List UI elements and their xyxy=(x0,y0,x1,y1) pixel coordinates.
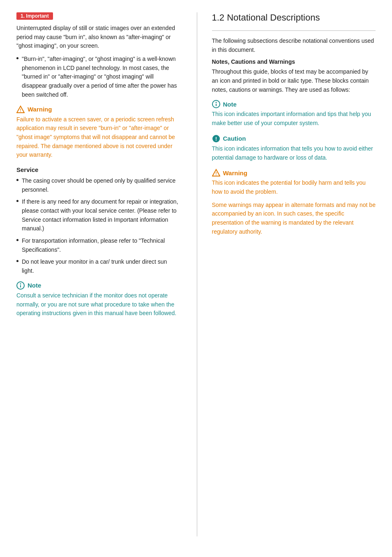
note-body-left: Consult a service technician if the moni… xyxy=(16,291,180,318)
bullet-list-1: "Burn-in", "after-imaging", or "ghost im… xyxy=(16,55,180,99)
caution-icon: ! xyxy=(212,135,220,143)
warning-title-left: ! Warning xyxy=(16,105,180,114)
svg-text:!: ! xyxy=(20,108,21,113)
service-bullet-text-2: If there is any need for any document fo… xyxy=(22,197,180,233)
important-badge: 1. Important xyxy=(16,12,53,20)
warning-title-right: ! Warning xyxy=(212,169,376,177)
svg-point-6 xyxy=(215,102,217,103)
note-label-right: Note xyxy=(223,101,237,108)
service-heading: Service xyxy=(16,166,180,173)
warning-label-right: Warning xyxy=(223,169,247,176)
section-intro: The following subsections describe notat… xyxy=(212,37,376,54)
svg-point-3 xyxy=(20,283,21,284)
bullet-text: "Burn-in", "after-imaging", or "ghost im… xyxy=(22,55,180,99)
svg-rect-4 xyxy=(20,285,21,288)
note-block-right: Note This icon indicates important infor… xyxy=(212,100,376,128)
notes-subheading: Notes, Cautions and Warnings xyxy=(212,58,376,65)
note-label-left: Note xyxy=(28,282,41,289)
page: 1. Important Uninterrupted display of st… xyxy=(0,0,392,557)
bullet-dot xyxy=(16,200,18,202)
warning-label-left: Warning xyxy=(28,106,52,113)
warning-block-right: ! Warning This icon indicates the potent… xyxy=(212,169,376,236)
intro-text: Uninterrupted display of still or static… xyxy=(16,24,180,51)
list-item: If there is any need for any document fo… xyxy=(16,197,180,233)
bullet-dot xyxy=(16,260,18,262)
service-bullet-list: The casing cover should be opened only b… xyxy=(16,176,180,276)
list-item: "Burn-in", "after-imaging", or "ghost im… xyxy=(16,55,180,99)
note-body-right: This icon indicates important informatio… xyxy=(212,110,376,128)
bullet-dot xyxy=(16,179,18,181)
warning-block-left: ! Warning Failure to activate a screen s… xyxy=(16,105,180,160)
divider xyxy=(212,30,376,31)
section-title: 1.2 Notational Descriptions xyxy=(212,12,376,25)
list-item: The casing cover should be opened only b… xyxy=(16,176,180,194)
warning-body-right-2: Some warnings may appear in alternate fo… xyxy=(212,201,376,237)
left-column: 1. Important Uninterrupted display of st… xyxy=(16,12,180,536)
service-bullet-text-3: For transportation information, please r… xyxy=(22,237,180,254)
warning-icon-right: ! xyxy=(212,169,220,177)
note-icon xyxy=(16,281,25,290)
service-bullet-text-4: Do not leave your monitor in a car/ trun… xyxy=(22,258,180,275)
caution-body-right: This icon indicates information that tel… xyxy=(212,144,376,162)
warning-icon: ! xyxy=(16,105,25,114)
svg-rect-7 xyxy=(216,104,217,106)
svg-text:!: ! xyxy=(215,136,217,142)
svg-text:!: ! xyxy=(215,172,217,176)
caution-label-right: Caution xyxy=(223,135,246,142)
note-block-left: Note Consult a service technician if the… xyxy=(16,281,180,318)
caution-title-right: ! Caution xyxy=(212,135,376,143)
bullet-dot xyxy=(16,239,18,241)
service-bullet-text-1: The casing cover should be opened only b… xyxy=(22,176,180,194)
right-column: 1.2 Notational Descriptions The followin… xyxy=(197,12,376,536)
list-item: For transportation information, please r… xyxy=(16,237,180,254)
note-title-right: Note xyxy=(212,100,376,108)
list-item: Do not leave your monitor in a car/ trun… xyxy=(16,258,180,275)
note-title-left: Note xyxy=(16,281,180,290)
bullet-dot xyxy=(16,57,18,59)
note-icon-right xyxy=(212,100,220,108)
warning-body-right-1: This icon indicates the potential for bo… xyxy=(212,179,376,196)
warning-body-left: Failure to activate a screen saver, or a… xyxy=(16,115,180,160)
caution-block-right: ! Caution This icon indicates informatio… xyxy=(212,135,376,162)
notes-intro: Throughout this guide, blocks of text ma… xyxy=(212,67,376,94)
